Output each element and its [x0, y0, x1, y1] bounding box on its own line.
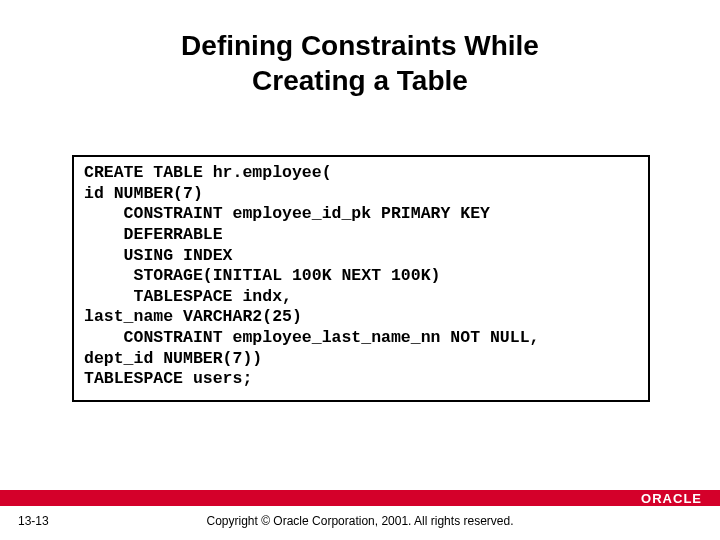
footer: ORACLE 13-13 Copyright © Oracle Corporat… — [0, 490, 720, 540]
code-line: USING INDEX — [84, 246, 233, 265]
title-line-1: Defining Constraints While — [181, 30, 539, 61]
copyright-text: Copyright © Oracle Corporation, 2001. Al… — [0, 514, 720, 528]
code-line: TABLESPACE users; — [84, 369, 252, 388]
slide-title: Defining Constraints While Creating a Ta… — [0, 28, 720, 98]
code-line: STORAGE(INITIAL 100K NEXT 100K) — [84, 266, 440, 285]
slide: Defining Constraints While Creating a Ta… — [0, 0, 720, 540]
code-line: CONSTRAINT employee_id_pk PRIMARY KEY — [84, 204, 490, 223]
code-line: dept_id NUMBER(7)) — [84, 349, 262, 368]
code-line: CREATE TABLE hr.employee( — [84, 163, 332, 182]
title-line-2: Creating a Table — [252, 65, 468, 96]
code-box: CREATE TABLE hr.employee( id NUMBER(7) C… — [72, 155, 650, 402]
code-line: id NUMBER(7) — [84, 184, 203, 203]
oracle-logo: ORACLE — [641, 490, 702, 506]
oracle-logo-text: ORACLE — [641, 491, 702, 506]
code-line: last_name VARCHAR2(25) — [84, 307, 302, 326]
code-line: TABLESPACE indx, — [84, 287, 292, 306]
code-line: DEFERRABLE — [84, 225, 223, 244]
footer-red-stripe: ORACLE — [0, 490, 720, 506]
code-block: CREATE TABLE hr.employee( id NUMBER(7) C… — [84, 163, 638, 390]
code-line: CONSTRAINT employee_last_name_nn NOT NUL… — [84, 328, 539, 347]
